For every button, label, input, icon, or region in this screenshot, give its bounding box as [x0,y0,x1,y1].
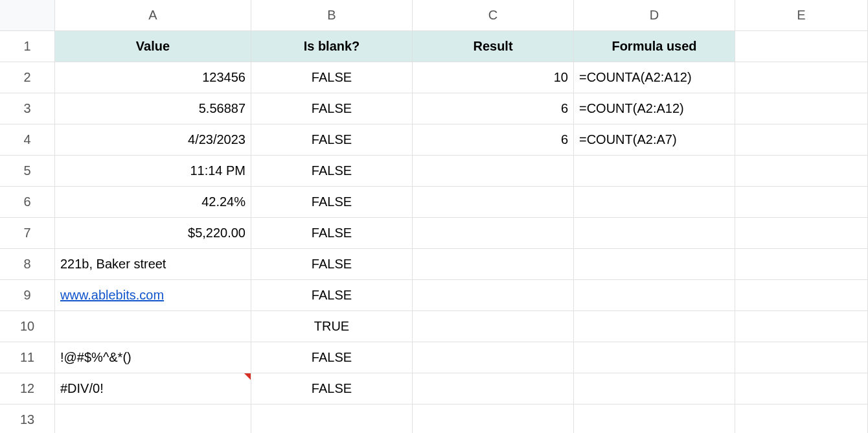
cell-A13[interactable] [55,404,251,433]
cell-D8[interactable] [574,249,735,280]
row-header-3[interactable]: 3 [0,93,55,124]
column-header-C[interactable]: C [413,0,574,31]
cell-C12[interactable] [413,373,574,404]
cell-B10[interactable]: TRUE [251,311,413,342]
cell-D10[interactable] [574,311,735,342]
cell-A3[interactable]: 5.56887 [55,93,251,124]
cell-A1[interactable]: Value [55,31,251,62]
cell-C8[interactable] [413,249,574,280]
cell-A11[interactable]: !@#$%^&*() [55,342,251,373]
cell-B5[interactable]: FALSE [251,156,413,187]
cell-C3[interactable]: 6 [413,93,574,124]
cell-A5[interactable]: 11:14 PM [55,156,251,187]
cell-D2[interactable]: =COUNTA(A2:A12) [574,62,735,93]
link-text[interactable]: www.ablebits.com [60,288,164,303]
row-header-1[interactable]: 1 [0,31,55,62]
cell-B1[interactable]: Is blank? [251,31,413,62]
row-header-12[interactable]: 12 [0,373,55,404]
row-header-8[interactable]: 8 [0,249,55,280]
cell-A2[interactable]: 123456 [55,62,251,93]
cell-D5[interactable] [574,156,735,187]
row-header-5[interactable]: 5 [0,156,55,187]
row-header-2[interactable]: 2 [0,62,55,93]
cell-E1[interactable] [735,31,868,62]
cell-E13[interactable] [735,404,868,433]
cell-C7[interactable] [413,218,574,249]
cell-D11[interactable] [574,342,735,373]
column-header-D[interactable]: D [574,0,735,31]
cell-D12[interactable] [574,373,735,404]
column-header-E[interactable]: E [735,0,868,31]
cell-E11[interactable] [735,342,868,373]
column-header-B[interactable]: B [251,0,413,31]
cell-C9[interactable] [413,280,574,311]
cell-A12[interactable]: #DIV/0! [55,373,251,404]
cell-B4[interactable]: FALSE [251,124,413,156]
cell-C5[interactable] [413,156,574,187]
select-all-corner[interactable] [0,0,55,31]
row-header-4[interactable]: 4 [0,124,55,156]
cell-C1[interactable]: Result [413,31,574,62]
cell-B8[interactable]: FALSE [251,249,413,280]
row-header-10[interactable]: 10 [0,311,55,342]
error-indicator [244,373,251,380]
cell-E6[interactable] [735,187,868,218]
cell-A9[interactable]: www.ablebits.com [55,280,251,311]
cell-D6[interactable] [574,187,735,218]
cell-C13[interactable] [413,404,574,433]
cell-D1[interactable]: Formula used [574,31,735,62]
cell-A4[interactable]: 4/23/2023 [55,124,251,156]
cell-E5[interactable] [735,156,868,187]
cell-E8[interactable] [735,249,868,280]
row-header-11[interactable]: 11 [0,342,55,373]
cell-C10[interactable] [413,311,574,342]
cell-C6[interactable] [413,187,574,218]
cell-D4[interactable]: =COUNT(A2:A7) [574,124,735,156]
cell-D3[interactable]: =COUNT(A2:A12) [574,93,735,124]
cell-E3[interactable] [735,93,868,124]
cell-A7[interactable]: $5,220.00 [55,218,251,249]
cell-B9[interactable]: FALSE [251,280,413,311]
cell-E9[interactable] [735,280,868,311]
cell-D9[interactable] [574,280,735,311]
cell-D7[interactable] [574,218,735,249]
cell-B7[interactable]: FALSE [251,218,413,249]
cell-A6[interactable]: 42.24% [55,187,251,218]
column-header-A[interactable]: A [55,0,251,31]
cell-E2[interactable] [735,62,868,93]
row-header-7[interactable]: 7 [0,218,55,249]
cell-E10[interactable] [735,311,868,342]
cell-B13[interactable] [251,404,413,433]
cell-B2[interactable]: FALSE [251,62,413,93]
cell-C11[interactable] [413,342,574,373]
cell-A10[interactable] [55,311,251,342]
row-header-6[interactable]: 6 [0,187,55,218]
row-header-9[interactable]: 9 [0,280,55,311]
row-header-13[interactable]: 13 [0,404,55,433]
cell-C2[interactable]: 10 [413,62,574,93]
cell-C4[interactable]: 6 [413,124,574,156]
cell-E7[interactable] [735,218,868,249]
cell-E4[interactable] [735,124,868,156]
cell-B11[interactable]: FALSE [251,342,413,373]
cell-B12[interactable]: FALSE [251,373,413,404]
cell-E12[interactable] [735,373,868,404]
cell-B3[interactable]: FALSE [251,93,413,124]
cell-B6[interactable]: FALSE [251,187,413,218]
cell-A8[interactable]: 221b, Baker street [55,249,251,280]
cell-D13[interactable] [574,404,735,433]
